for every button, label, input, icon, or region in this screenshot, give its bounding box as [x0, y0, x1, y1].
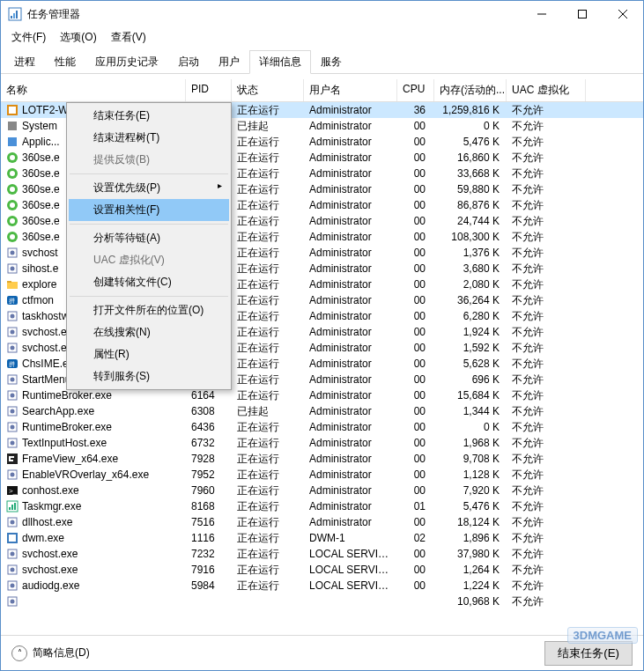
cell: 不允许: [507, 562, 586, 578]
cell: Administrator: [304, 197, 397, 213]
process-row[interactable]: svchost.exe7916正在运行LOCAL SERVICE001,264 …: [1, 562, 643, 578]
cell: 正在运行: [232, 245, 304, 261]
menu-0[interactable]: 文件(F): [4, 28, 53, 47]
cell: 正在运行: [232, 435, 304, 451]
tab-用户[interactable]: 用户: [209, 50, 249, 73]
cell: 不允许: [507, 356, 586, 372]
process-row[interactable]: EnableVROverlay_x64.exe7952正在运行Administr…: [1, 467, 643, 483]
context-menu-item[interactable]: 设置优先级(P): [69, 177, 229, 199]
column-header[interactable]: 用户名: [304, 79, 397, 101]
cell: LOCAL SERVICE: [304, 562, 397, 578]
cell: 00: [397, 150, 434, 166]
process-row[interactable]: dllhost.exe7516正在运行Administrator0018,124…: [1, 514, 643, 530]
process-row[interactable]: TextInputHost.exe6732正在运行Administrator00…: [1, 435, 643, 451]
process-name: conhost.exe: [22, 483, 79, 498]
svg-point-47: [11, 425, 15, 430]
context-menu-item[interactable]: 在线搜索(N): [69, 321, 229, 343]
process-name: 360se.e: [22, 150, 60, 166]
menu-1[interactable]: 选项(O): [53, 28, 103, 47]
tab-性能[interactable]: 性能: [45, 50, 85, 73]
column-header[interactable]: PID: [186, 79, 232, 101]
cell: 36,264 K: [434, 292, 507, 308]
context-menu-item[interactable]: 打开文件所在的位置(O): [69, 299, 229, 321]
title-bar: 任务管理器: [1, 1, 643, 27]
process-row[interactable]: FrameView_x64.exe7928正在运行Administrator00…: [1, 451, 643, 467]
cell: 00: [397, 578, 434, 594]
svg-rect-29: [7, 281, 11, 283]
cell: 不允许: [507, 245, 586, 261]
column-header-row: 名称PID状态用户名CPU内存(活动的...UAC 虚拟化: [1, 74, 643, 102]
process-row[interactable]: svchost.exe7232正在运行LOCAL SERVICE0037,980…: [1, 546, 643, 562]
cell: Administrator: [304, 435, 397, 451]
tab-详细信息[interactable]: 详细信息: [249, 50, 311, 74]
close-button[interactable]: [603, 1, 643, 27]
cell: 正在运行: [232, 197, 304, 213]
cell: 59,880 K: [434, 181, 507, 197]
cell: 1116: [186, 530, 232, 546]
process-icon: >_: [6, 484, 19, 497]
cell: Administrator: [304, 498, 397, 514]
cell: 00: [397, 166, 434, 181]
process-icon: [6, 453, 19, 465]
fewer-details-toggle[interactable]: ˄ 简略信息(D): [11, 645, 90, 661]
context-menu-item[interactable]: 结束进程树(T): [69, 127, 229, 149]
end-task-button[interactable]: 结束任务(E): [544, 641, 633, 666]
svg-rect-2: [13, 13, 15, 18]
context-menu-item[interactable]: 属性(R): [69, 343, 229, 365]
tab-启动[interactable]: 启动: [168, 50, 209, 73]
process-name: 360se.e: [22, 181, 60, 197]
svg-rect-3: [16, 11, 18, 18]
menu-2[interactable]: 查看(V): [104, 28, 153, 47]
tab-进程[interactable]: 进程: [4, 50, 45, 73]
cell: Administrator: [304, 324, 397, 340]
context-menu-item[interactable]: 创建转储文件(C): [69, 271, 229, 293]
cell: 1,224 K: [434, 578, 507, 594]
cell: 已挂起: [232, 403, 304, 419]
cell: EnableVROverlay_x64.exe: [1, 467, 186, 483]
svg-rect-28: [7, 282, 18, 289]
svg-text:拼: 拼: [9, 298, 15, 304]
cell: 不允许: [507, 578, 586, 594]
column-header[interactable]: UAC 虚拟化: [507, 79, 586, 101]
context-menu-item[interactable]: 设置相关性(F): [69, 199, 229, 221]
tab-strip: 进程性能应用历史记录启动用户详细信息服务: [1, 47, 643, 74]
maximize-button[interactable]: [562, 1, 603, 27]
column-header[interactable]: 名称: [1, 79, 186, 101]
minimize-button[interactable]: [522, 1, 562, 27]
cell: 1,592 K: [434, 340, 507, 356]
cell: 7232: [186, 546, 232, 562]
cell: 不允许: [507, 324, 586, 340]
cell: 正在运行: [232, 467, 304, 483]
process-row[interactable]: >_conhost.exe7960正在运行Administrator007,92…: [1, 483, 643, 498]
tab-应用历史记录[interactable]: 应用历史记录: [85, 50, 168, 73]
process-row[interactable]: 10,968 K不允许: [1, 594, 643, 609]
cell: 00: [397, 562, 434, 578]
process-row[interactable]: Taskmgr.exe8168正在运行Administrator015,476 …: [1, 498, 643, 514]
context-menu-item[interactable]: 转到服务(S): [69, 365, 229, 387]
cell: [397, 594, 434, 609]
context-menu-item[interactable]: 结束任务(E): [69, 105, 229, 127]
context-menu-item[interactable]: 分析等待链(A): [69, 227, 229, 249]
process-icon: [6, 326, 19, 338]
process-row[interactable]: dwm.exe1116正在运行DWM-1021,896 K不允许: [1, 530, 643, 546]
tab-服务[interactable]: 服务: [311, 50, 352, 73]
process-icon: [6, 136, 19, 148]
column-header[interactable]: CPU: [397, 79, 434, 101]
cell: 不允许: [507, 102, 586, 118]
process-icon: [6, 579, 19, 592]
process-row[interactable]: SearchApp.exe6308已挂起Administrator001,344…: [1, 403, 643, 419]
cell: Administrator: [304, 150, 397, 166]
process-name: ctfmon: [22, 292, 54, 308]
cell: 正在运行: [232, 498, 304, 514]
cell: 24,744 K: [434, 213, 507, 229]
svg-point-68: [11, 584, 15, 588]
process-row[interactable]: audiodg.exe5984正在运行LOCAL SERVICE001,224 …: [1, 578, 643, 594]
process-icon: [6, 373, 19, 386]
process-row[interactable]: RuntimeBroker.exe6436正在运行Administrator00…: [1, 419, 643, 435]
cell: dwm.exe: [1, 530, 186, 546]
process-name: 360se.e: [22, 166, 60, 181]
cell: 0 K: [434, 419, 507, 435]
column-header[interactable]: 状态: [232, 79, 304, 101]
column-header[interactable]: 内存(活动的...: [434, 79, 507, 101]
cell: 00: [397, 324, 434, 340]
